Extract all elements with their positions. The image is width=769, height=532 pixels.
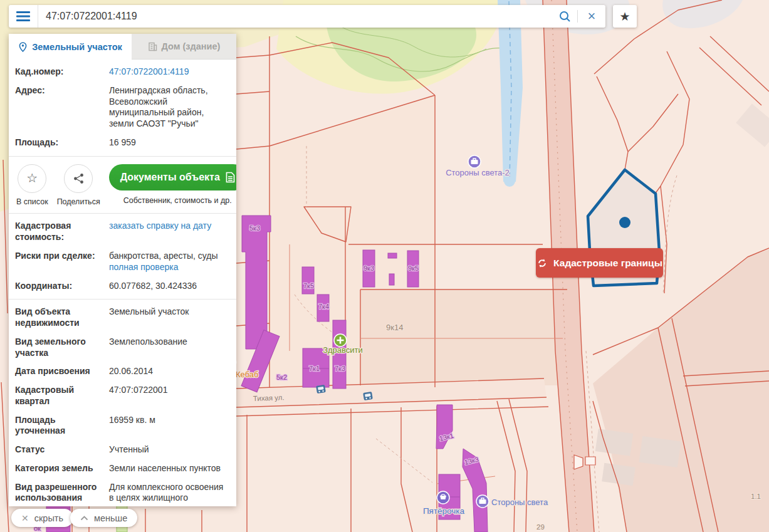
poi-label-pyaterochka: Пятёрочка — [423, 506, 465, 516]
star-outline-icon: ☆ — [26, 170, 38, 186]
chevron-up-icon — [80, 516, 88, 521]
share-label: Поделиться — [57, 197, 100, 207]
tab-land-parcel[interactable]: Земельный участок — [9, 34, 132, 60]
detail-label: Кадастровый квартал — [15, 385, 109, 407]
building-label: 7к5 — [303, 282, 314, 289]
full-check-link[interactable]: полная проверка — [109, 262, 178, 272]
building-icon — [148, 42, 157, 51]
hamburger-icon — [16, 11, 30, 21]
section-actions: ☆ В список Поделиться Документы объекта — [9, 156, 236, 214]
poi-label-storony-sveta: Стороны света — [491, 498, 548, 507]
detail-label: Дата присвоения — [15, 366, 109, 377]
collapse-panel-label: меньше — [94, 513, 127, 523]
building-label: 5к3 — [249, 224, 260, 232]
coordinates-label: Координаты: — [15, 281, 109, 292]
poi-label-zdravsiti: Здравсити — [323, 345, 363, 355]
tab-building[interactable]: Дом (здание) — [132, 34, 236, 60]
address-value: Ленинградская область, Всеволожский муни… — [109, 85, 230, 130]
documents-button-label: Документы объекта — [120, 172, 220, 183]
panel-tabs: Земельный участок Дом (здание) — [9, 34, 236, 60]
hide-panel-label: скрыть — [34, 513, 63, 523]
parcel-label: 1.1 — [751, 493, 761, 500]
menu-button[interactable] — [9, 5, 38, 28]
cadastral-borders-button[interactable]: Кадастровые границы — [536, 248, 663, 278]
collapse-panel-button[interactable]: меньше — [70, 509, 137, 527]
documents-caption: Собственник, стоимость и др. — [123, 196, 232, 206]
poi-label-kebab: Кебаб — [236, 370, 258, 379]
detail-label: Площадь уточненная — [15, 415, 109, 437]
coordinates-value: 60.077682, 30.424336 — [109, 281, 230, 292]
cad-number-label: Кад.номер: — [15, 66, 109, 78]
search-input[interactable] — [38, 11, 552, 22]
cad-number-link[interactable]: 47:07:0722001:4119 — [109, 66, 189, 76]
section-details: Вид объекта недвижимостиЗемельный участо… — [9, 299, 236, 506]
deal-risks-value: банкротства, аресты, суды — [109, 251, 230, 262]
parcel-label: 9к14 — [386, 323, 403, 332]
hide-panel-button[interactable]: ✕ скрыть — [11, 509, 73, 527]
selected-parcel-marker — [619, 217, 630, 228]
order-cost-report-link[interactable]: заказать справку на дату — [109, 221, 211, 231]
detail-label: Статус — [15, 444, 109, 456]
building-label: 7к3 — [335, 365, 345, 372]
share-button[interactable]: Поделиться — [57, 164, 100, 207]
bus-stop-icon — [316, 385, 326, 394]
search-icon — [559, 11, 571, 23]
address-label: Адрес: — [15, 85, 109, 130]
area-value: 16 959 — [109, 137, 230, 149]
refresh-icon — [536, 258, 548, 269]
tab-label: Земельный участок — [32, 42, 122, 52]
street-label: Тихая ул. — [253, 394, 285, 402]
panel-body: Кад.номер: 47:07:0722001:4119 Адрес: Лен… — [9, 60, 236, 506]
share-icon — [73, 173, 84, 184]
add-to-list-label: В список — [16, 197, 48, 207]
cadastral-borders-label: Кадастровые границы — [553, 258, 662, 269]
object-documents-button[interactable]: Документы объекта — [109, 164, 236, 190]
bus-stop-icon — [363, 392, 373, 400]
parcel-fill-9k14 — [360, 289, 564, 385]
close-icon: ✕ — [21, 513, 29, 523]
building-label: 5к2 — [276, 373, 287, 381]
detail-value: 47:07:0722001 — [109, 385, 230, 407]
deal-risks-label: Риски при сделке: — [15, 251, 109, 273]
detail-label: Категория земель — [15, 463, 109, 474]
document-icon — [226, 172, 235, 183]
section-cost-risks: Кадастровая стоимость: заказать справку … — [9, 213, 236, 299]
tab-label: Дом (здание) — [162, 41, 221, 51]
detail-value: Земли населенных пунктов — [109, 463, 230, 474]
info-panel: Земельный участок Дом (здание) Кад.номер… — [9, 34, 236, 506]
close-search-button[interactable]: × — [578, 5, 605, 28]
star-icon: ★ — [619, 9, 630, 24]
detail-label: Вид разрешенного использования — [15, 482, 109, 506]
detail-label: Вид земельного участка — [15, 336, 109, 359]
building-label: 9к5 — [408, 264, 419, 272]
cadastral-cost-label: Кадастровая стоимость: — [15, 221, 109, 243]
search-button[interactable] — [552, 11, 577, 23]
detail-value: 16959 кв. м — [109, 415, 230, 437]
area-label: Площадь: — [15, 137, 109, 149]
building-label: 7к1 — [309, 365, 320, 372]
building-label: 7к4 — [318, 303, 329, 310]
parcel-label: 29 — [536, 523, 545, 531]
building-label: 9к3 — [364, 264, 374, 272]
poi-label-storony-sveta-2: Стороны света-2 — [446, 168, 510, 177]
search-bar: × — [9, 5, 605, 28]
favorites-button[interactable]: ★ — [613, 5, 637, 28]
section-main: Кад.номер: 47:07:0722001:4119 Адрес: Лен… — [9, 60, 236, 156]
detail-value: Земельный участок — [109, 306, 230, 329]
add-to-list-button[interactable]: ☆ В список — [16, 164, 48, 207]
detail-value: Учтенный — [109, 444, 230, 456]
detail-value: Землепользование — [109, 336, 230, 359]
detail-label: Вид объекта недвижимости — [15, 306, 109, 329]
detail-value: 20.06.2014 — [109, 366, 230, 377]
map-pin-icon — [18, 42, 28, 52]
detail-value: Для комплексного освоения в целях жилищн… — [109, 482, 230, 506]
